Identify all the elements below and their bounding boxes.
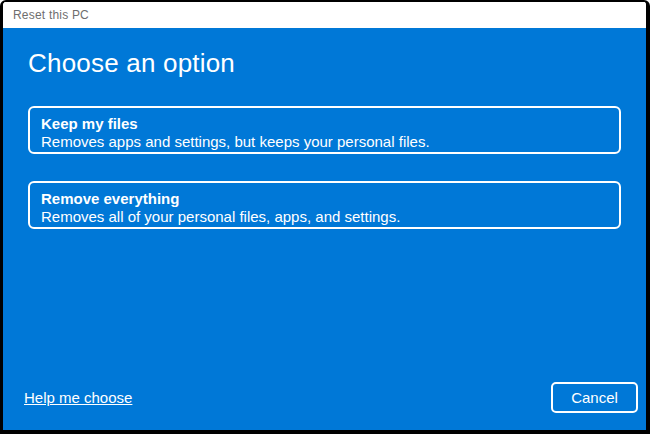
window-title: Reset this PC xyxy=(13,8,89,22)
help-me-choose-link[interactable]: Help me choose xyxy=(24,389,132,406)
option-list: Keep my files Removes apps and settings,… xyxy=(28,106,621,229)
footer: Help me choose Cancel xyxy=(24,382,638,413)
keep-my-files-title: Keep my files xyxy=(41,115,608,133)
page-title: Choose an option xyxy=(28,48,621,79)
reset-this-pc-dialog: Reset this PC Choose an option Keep my f… xyxy=(0,0,650,434)
keep-my-files-description: Removes apps and settings, but keeps you… xyxy=(41,133,608,150)
titlebar: Reset this PC xyxy=(3,2,646,28)
remove-everything-title: Remove everything xyxy=(41,190,608,208)
dialog-body: Choose an option Keep my files Removes a… xyxy=(3,28,646,430)
remove-everything-button[interactable]: Remove everything Removes all of your pe… xyxy=(28,181,621,229)
cancel-button[interactable]: Cancel xyxy=(551,382,638,413)
keep-my-files-button[interactable]: Keep my files Removes apps and settings,… xyxy=(28,106,621,154)
remove-everything-description: Removes all of your personal files, apps… xyxy=(41,208,608,225)
